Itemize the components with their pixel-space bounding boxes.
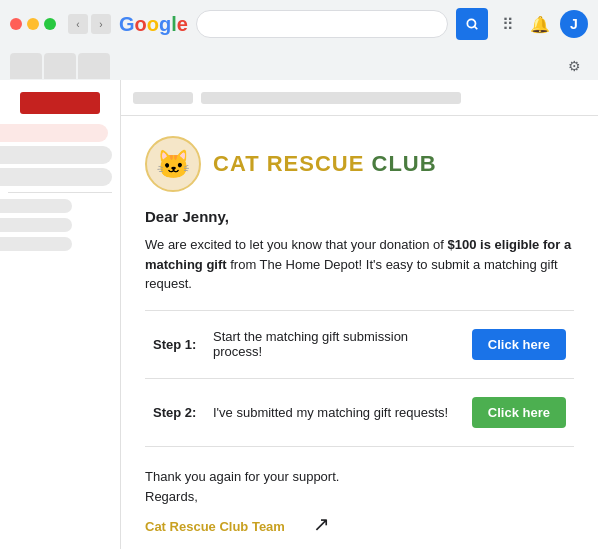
sidebar-item-inbox[interactable] <box>0 124 108 142</box>
email-list-header <box>121 80 598 116</box>
minimize-button[interactable] <box>27 18 39 30</box>
email-footer: Thank you again for your support. Regard… <box>145 467 574 541</box>
close-button[interactable] <box>10 18 22 30</box>
step2-desc: I've submitted my matching gift requests… <box>205 387 464 438</box>
sidebar-item-more2[interactable] <box>0 237 72 251</box>
gmail-layout: 🐱 CAT RESCUE CLUB Dear Jenny, We are exc… <box>0 80 598 549</box>
divider-row-2 <box>145 438 574 455</box>
tab-2[interactable] <box>44 53 76 79</box>
notifications-icon[interactable]: 🔔 <box>528 12 552 36</box>
step1-label: Step 1: <box>145 319 205 370</box>
sidebar-divider <box>8 192 112 193</box>
divider-row-1 <box>145 370 574 387</box>
footer-line1: Thank you again for your support. <box>145 467 574 488</box>
tab-1[interactable] <box>10 53 42 79</box>
step2-row: Step 2: I've submitted my matching gift … <box>145 387 574 438</box>
divider-1 <box>145 310 574 311</box>
back-button[interactable]: ‹ <box>68 14 88 34</box>
logo-rescue: RESCUE <box>267 151 372 176</box>
step2-btn-cell: Click here <box>464 387 574 438</box>
divider-3 <box>145 446 574 447</box>
step1-desc: Start the matching gift submission proce… <box>205 319 464 370</box>
traffic-lights <box>10 18 56 30</box>
address-bar[interactable] <box>196 10 448 38</box>
step1-btn-cell: Click here <box>464 319 574 370</box>
divider-2 <box>145 378 574 379</box>
steps-table: Step 1: Start the matching gift submissi… <box>145 319 574 455</box>
sidebar-item-sent[interactable] <box>0 168 112 186</box>
logo-text: CAT RESCUE CLUB <box>213 151 437 177</box>
header-bar-1 <box>133 92 193 104</box>
step1-row: Step 1: Start the matching gift submissi… <box>145 319 574 370</box>
tab-3[interactable] <box>78 53 110 79</box>
header-bar-2 <box>201 92 461 104</box>
step2-label: Step 2: <box>145 387 205 438</box>
body-intro: We are excited to let you know that your… <box>145 237 448 252</box>
avatar[interactable]: J <box>560 10 588 38</box>
sidebar-item-starred[interactable] <box>0 146 112 164</box>
google-logo: Google <box>119 13 188 36</box>
maximize-button[interactable] <box>44 18 56 30</box>
apps-icon[interactable]: ⠿ <box>496 12 520 36</box>
email-area: 🐱 CAT RESCUE CLUB Dear Jenny, We are exc… <box>120 80 598 549</box>
settings-icon[interactable]: ⚙ <box>560 52 588 80</box>
sidebar-item-more1[interactable] <box>0 218 72 232</box>
sidebar <box>0 80 120 549</box>
email-greeting: Dear Jenny, <box>145 208 574 225</box>
step2-click-here-button[interactable]: Click here <box>472 397 566 428</box>
footer-line2: Regards, <box>145 487 574 508</box>
cursor-icon: ↗ <box>313 508 330 540</box>
logo-icon: 🐱 <box>145 136 201 192</box>
tab-bar: ⚙ <box>0 48 598 80</box>
browser-chrome: ‹ › Google ⠿ 🔔 J ⚙ <box>0 0 598 80</box>
logo-cat: CAT <box>213 151 267 176</box>
forward-button[interactable]: › <box>91 14 111 34</box>
step1-click-here-button[interactable]: Click here <box>472 329 566 360</box>
logo-club: CLUB <box>372 151 437 176</box>
compose-button[interactable] <box>20 92 100 114</box>
search-button[interactable] <box>456 8 488 40</box>
logo-section: 🐱 CAT RESCUE CLUB <box>145 136 574 192</box>
sidebar-item-drafts[interactable] <box>0 199 72 213</box>
footer-link[interactable]: Cat Rescue Club Team <box>145 519 285 534</box>
svg-point-0 <box>467 19 475 27</box>
svg-line-1 <box>475 27 478 30</box>
email-content: 🐱 CAT RESCUE CLUB Dear Jenny, We are exc… <box>121 116 598 549</box>
email-body: We are excited to let you know that your… <box>145 235 574 294</box>
